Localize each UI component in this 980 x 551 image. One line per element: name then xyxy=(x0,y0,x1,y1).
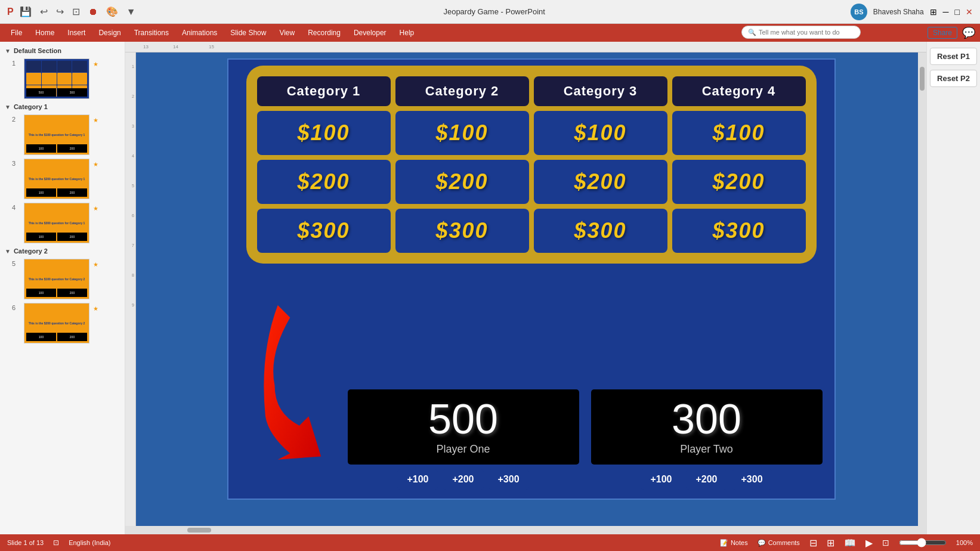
horizontal-scrollbar[interactable] xyxy=(125,526,926,534)
tab-view[interactable]: View xyxy=(273,26,301,39)
cell-cat2-200[interactable]: $200 xyxy=(395,160,529,204)
designer-btn[interactable]: 🎨 xyxy=(104,5,120,18)
record-btn[interactable]: ⏺ xyxy=(86,5,100,18)
titlebar-close-btn[interactable]: ✕ xyxy=(966,7,973,17)
player1-label: Player One xyxy=(436,443,490,456)
slide-thumb-2[interactable]: 2 This is the $100 question for Category… xyxy=(0,113,125,157)
normal-view-btn[interactable]: ⊟ xyxy=(809,537,817,549)
cell-cat1-100[interactable]: $100 xyxy=(257,111,391,155)
reset-p2-button[interactable]: Reset P2 xyxy=(930,70,977,87)
section-header-cat1[interactable]: ▼ Category 1 xyxy=(0,101,125,113)
titlebar: P 💾 ↩ ↪ ⊡ ⏺ 🎨 ▼ Jeopardy Game - PowerPoi… xyxy=(0,0,980,24)
ruler-vertical: 1 2 3 4 5 6 7 8 9 xyxy=(125,52,136,526)
category-1-header[interactable]: Category 1 xyxy=(257,76,391,106)
slide-thumbnail-3: This is the $200 question for Category 1… xyxy=(24,159,89,199)
player2-label: Player Two xyxy=(680,443,733,456)
player1-score-area: 500 Player One +100 +200 +300 xyxy=(348,389,579,490)
vertical-scrollbar[interactable] xyxy=(918,52,926,526)
tab-design[interactable]: Design xyxy=(92,26,126,39)
user-avatar[interactable]: BS xyxy=(851,4,867,20)
section-header-cat2[interactable]: ▼ Category 2 xyxy=(0,245,125,257)
comments-button[interactable]: 💬 Comments xyxy=(758,539,800,547)
tab-recording[interactable]: Recording xyxy=(302,26,347,39)
slide-thumb-4[interactable]: 4 This is the $300 question for Category… xyxy=(0,201,125,245)
section-cat2: ▼ Category 2 5 This is the $100 question… xyxy=(0,245,125,345)
player1-plus300[interactable]: +300 xyxy=(489,469,529,490)
slide-thumb-1[interactable]: 1 xyxy=(0,57,125,101)
cell-cat2-100[interactable]: $100 xyxy=(395,111,529,155)
player1-plus200[interactable]: +200 xyxy=(443,469,483,490)
cell-cat1-200[interactable]: $200 xyxy=(257,160,391,204)
cell-cat4-300[interactable]: $300 xyxy=(672,209,806,253)
tab-developer[interactable]: Developer xyxy=(348,26,392,39)
section-title-cat2: Category 2 xyxy=(14,247,48,255)
zoom-level: 100% xyxy=(956,539,973,546)
cell-cat4-100[interactable]: $100 xyxy=(672,111,806,155)
player1-buttons: +100 +200 +300 xyxy=(397,469,528,490)
reset-p1-button[interactable]: Reset P1 xyxy=(930,48,977,65)
zoom-fit-btn[interactable]: ⊡ xyxy=(882,538,889,547)
share-button[interactable]: Share xyxy=(928,27,957,39)
notes-button[interactable]: 📝 Notes xyxy=(720,539,748,547)
slide-sorter-btn[interactable]: ⊞ xyxy=(827,537,834,549)
player1-score-box: 500 Player One xyxy=(348,389,579,465)
titlebar-title: Jeopardy Game - PowerPoint xyxy=(443,7,545,16)
player1-plus100[interactable]: +100 xyxy=(397,469,438,490)
tab-insert[interactable]: Insert xyxy=(61,26,91,39)
tab-file[interactable]: File xyxy=(5,26,28,39)
titlebar-right: BS Bhavesh Shaha ⊞ ─ □ ✕ xyxy=(851,4,973,20)
player2-score: 300 xyxy=(672,398,741,440)
slide-content[interactable]: Category 1 Category 2 Category 3 Categor… xyxy=(227,58,836,500)
player2-score-box: 300 Player Two xyxy=(591,389,823,465)
titlebar-minimize-btn[interactable]: ─ xyxy=(943,7,949,17)
quick-access-redo[interactable]: ↪ xyxy=(54,5,66,18)
player2-plus300[interactable]: +300 xyxy=(732,469,772,490)
quick-access-undo[interactable]: ↩ xyxy=(38,5,50,18)
search-icon: 🔍 xyxy=(748,29,756,36)
cell-cat2-300[interactable]: $300 xyxy=(395,209,529,253)
category-3-header[interactable]: Category 3 xyxy=(534,76,667,106)
tab-transitions[interactable]: Transitions xyxy=(128,26,175,39)
search-input[interactable] xyxy=(759,29,854,36)
cell-cat4-200[interactable]: $200 xyxy=(672,160,806,204)
tab-animations[interactable]: Animations xyxy=(176,26,223,39)
right-panel: Reset P1 Reset P2 xyxy=(926,42,980,534)
player2-score-area: 300 Player Two +100 +200 +300 xyxy=(591,389,823,490)
powerpoint-icon: P xyxy=(7,7,14,17)
cell-cat3-100[interactable]: $100 xyxy=(534,111,667,155)
quick-access-save[interactable]: 💾 xyxy=(17,5,34,18)
zoom-slider[interactable] xyxy=(899,538,947,547)
slideshow-btn[interactable]: ▶ xyxy=(865,537,873,549)
player2-plus100[interactable]: +100 xyxy=(641,469,681,490)
quick-access-more[interactable]: ⊡ xyxy=(70,5,82,18)
search-bar[interactable]: 🔍 xyxy=(741,26,861,39)
score-section: 500 Player One +100 +200 +300 xyxy=(348,389,823,490)
titlebar-left: P 💾 ↩ ↪ ⊡ ⏺ 🎨 ▼ xyxy=(7,5,138,18)
slide-thumb-5[interactable]: 5 This is the $100 question for Category… xyxy=(0,257,125,301)
titlebar-layout-btn[interactable]: ⊞ xyxy=(930,7,937,17)
tab-help[interactable]: Help xyxy=(394,26,421,39)
slide-thumbnail-1: 500 300 xyxy=(24,58,89,99)
tab-home[interactable]: Home xyxy=(29,26,60,39)
slide-thumb-6[interactable]: 6 This is the $200 question for Category… xyxy=(0,301,125,345)
statusbar: Slide 1 of 13 ⊡ English (India) 📝 Notes … xyxy=(0,534,980,551)
board-grid: Category 1 Category 2 Category 3 Categor… xyxy=(257,76,806,253)
tab-slideshow[interactable]: Slide Show xyxy=(224,26,272,39)
section-title-cat1: Category 1 xyxy=(14,103,48,110)
cell-cat1-300[interactable]: $300 xyxy=(257,209,391,253)
titlebar-maximize-btn[interactable]: □ xyxy=(955,7,960,17)
section-title-default: Default Section xyxy=(14,47,61,54)
slide-thumb-3[interactable]: 3 This is the $200 question for Category… xyxy=(0,157,125,201)
language-indicator[interactable]: English (India) xyxy=(69,539,110,546)
fit-slide-icon[interactable]: ⊡ xyxy=(53,538,59,547)
dropdown-arrow[interactable]: ▼ xyxy=(124,5,138,18)
category-2-header[interactable]: Category 2 xyxy=(395,76,529,106)
reading-view-btn[interactable]: 📖 xyxy=(844,537,856,549)
comment-button[interactable]: 💬 xyxy=(962,26,975,39)
cell-cat3-300[interactable]: $300 xyxy=(534,209,667,253)
section-header-default[interactable]: ▼ Default Section xyxy=(0,45,125,57)
player2-plus200[interactable]: +200 xyxy=(686,469,727,490)
cell-cat3-200[interactable]: $200 xyxy=(534,160,667,204)
slide-thumbnail-2: This is the $100 question for Category 1… xyxy=(24,114,89,155)
category-4-header[interactable]: Category 4 xyxy=(672,76,806,106)
